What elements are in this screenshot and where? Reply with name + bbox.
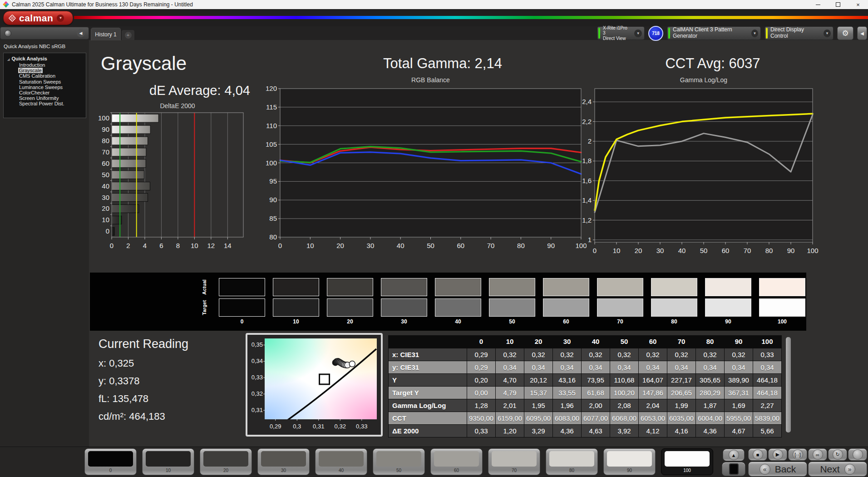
pager-up-button[interactable]: ▲: [723, 449, 745, 461]
pattern-generator-dropdown[interactable]: CalMAN Client 3 Pattern Generator ▼: [667, 26, 761, 40]
svg-text:40: 40: [102, 182, 109, 190]
panel-collapse-button[interactable]: ◀: [857, 26, 867, 40]
settings-gear-button[interactable]: ⚙: [837, 26, 853, 40]
level-button-80[interactable]: 80: [546, 448, 598, 475]
stop-button[interactable]: ■: [748, 448, 767, 461]
reading-fl: fL: 135,478: [99, 393, 188, 405]
svg-text:0,34: 0,34: [252, 358, 263, 364]
table-cell: 2,01: [496, 399, 524, 412]
sidebar-item-grayscale[interactable]: Grayscale: [18, 68, 86, 73]
svg-text:2: 2: [126, 242, 130, 249]
marker-button[interactable]: [··]: [788, 448, 807, 461]
refresh-button[interactable]: ↻: [828, 448, 847, 461]
collapse-left-icon: ◀: [860, 31, 864, 36]
level-button-60[interactable]: 60: [430, 448, 483, 475]
table-column-header: 80: [696, 336, 724, 347]
table-cell: 2,27: [753, 399, 781, 412]
up-arrow-icon: ▲: [731, 452, 736, 458]
table-cell: 0,29: [467, 361, 495, 373]
svg-text:60: 60: [102, 159, 109, 167]
svg-text:90: 90: [547, 242, 555, 249]
svg-text:80: 80: [765, 247, 773, 254]
calman-logo-button[interactable]: calman ▼: [3, 11, 73, 25]
display-control-dropdown[interactable]: Direct Display Control ▼: [764, 26, 833, 40]
page-title: Grayscale: [101, 53, 187, 75]
svg-text:1,8: 1,8: [582, 157, 592, 164]
table-column-header: 70: [667, 336, 695, 347]
table-cell: 164,07: [639, 374, 667, 386]
svg-text:70: 70: [744, 247, 751, 254]
record-dot-icon[interactable]: [5, 30, 11, 37]
plus-icon: +: [125, 32, 132, 39]
meter-dropdown[interactable]: X-Rite i1Pro 3 Direct View ▼: [597, 26, 645, 40]
table-cell: 389,90: [725, 374, 753, 386]
tree-item-label: Saturation Sweeps: [18, 79, 62, 84]
table-cell: 0,33: [467, 425, 495, 437]
level-label: 30: [258, 468, 309, 473]
sidebar-item-luminance-sweeps[interactable]: Luminance Sweeps: [18, 84, 86, 90]
minimize-icon[interactable]: [808, 0, 828, 9]
sidebar-item-spectral-power-dist-[interactable]: Spectral Power Dist.: [18, 101, 86, 106]
logo-dropdown-icon[interactable]: ▼: [57, 15, 64, 22]
tab-history-1[interactable]: History 1: [91, 28, 121, 40]
back-button[interactable]: « Back: [748, 462, 807, 477]
table-scrollbar[interactable]: [786, 337, 791, 432]
level-button-30[interactable]: 30: [257, 448, 310, 475]
continuous-button[interactable]: ∞: [808, 448, 827, 461]
svg-text:90: 90: [102, 125, 109, 133]
sidebar-item-saturation-sweeps[interactable]: Saturation Sweeps: [18, 79, 86, 84]
level-button-10[interactable]: 10: [142, 448, 194, 475]
table-cell: 73,95: [582, 374, 610, 386]
svg-text:0,33: 0,33: [356, 423, 367, 430]
sidebar-item-introduction[interactable]: Introduction: [18, 62, 86, 68]
sidebar-item-cms-calibration[interactable]: CMS Calibration: [18, 73, 86, 79]
svg-text:60: 60: [722, 247, 730, 254]
table-cell: 0,32: [667, 348, 695, 361]
sidebar-item-screen-uniformity[interactable]: Screen Uniformity: [18, 95, 86, 101]
restore-icon[interactable]: [828, 0, 848, 9]
table-cell: 305,65: [696, 374, 724, 386]
marker-icon: [··]: [793, 449, 803, 460]
actual-swatch-100: [759, 278, 805, 296]
svg-text:80: 80: [102, 137, 109, 144]
tree-item-label: ColorChecker: [18, 90, 50, 95]
blank-button[interactable]: [848, 448, 867, 461]
svg-text:4: 4: [143, 242, 147, 249]
level-button-90[interactable]: 90: [603, 448, 656, 475]
level-button-100[interactable]: 100: [661, 448, 713, 475]
table-cell: 0,34: [639, 361, 667, 373]
table-row-label: Y: [389, 374, 467, 386]
grayscale-swatch-strip: Actual Target 0102030405060708090100: [90, 273, 806, 331]
svg-text:0,35: 0,35: [252, 341, 263, 348]
level-button-70[interactable]: 70: [488, 448, 540, 475]
window-pattern-toggle[interactable]: [722, 462, 745, 476]
table-cell: 2,04: [639, 399, 667, 412]
level-button-20[interactable]: 20: [200, 448, 252, 475]
target-swatch-90: [705, 298, 751, 317]
meter-count-badge[interactable]: 718: [648, 26, 663, 41]
play-button[interactable]: ▶: [768, 448, 787, 461]
level-button-50[interactable]: 50: [373, 448, 425, 475]
tab-strip: ◀ History 1 + X-Rite i1Pro 3 Direct View…: [0, 26, 868, 40]
svg-text:115: 115: [266, 103, 277, 111]
tree-root-quick-analysis[interactable]: ◢Quick Analysis: [7, 56, 86, 61]
next-button[interactable]: Next »: [808, 462, 867, 477]
sidebar-collapse-icon[interactable]: ◀: [77, 29, 85, 37]
table-row-label: CCT: [389, 412, 467, 424]
target-swatch-30: [381, 298, 427, 317]
svg-text:10: 10: [191, 242, 198, 249]
close-icon[interactable]: ×: [848, 0, 868, 9]
table-cell: 100,20: [610, 387, 638, 399]
svg-text:0,3: 0,3: [293, 423, 301, 430]
sidebar-item-colorchecker[interactable]: ColorChecker: [18, 90, 86, 95]
svg-text:0,31: 0,31: [313, 423, 324, 430]
table-row-label: ΔE 2000: [389, 425, 467, 437]
table-cell: 0,34: [496, 361, 524, 373]
svg-text:10: 10: [613, 247, 621, 254]
table-cell: 0,32: [524, 348, 552, 361]
level-button-40[interactable]: 40: [315, 448, 367, 475]
level-label: 10: [143, 468, 194, 473]
level-button-0[interactable]: 0: [84, 448, 137, 475]
add-tab-button[interactable]: +: [122, 30, 134, 40]
table-column-header: 30: [553, 336, 581, 347]
